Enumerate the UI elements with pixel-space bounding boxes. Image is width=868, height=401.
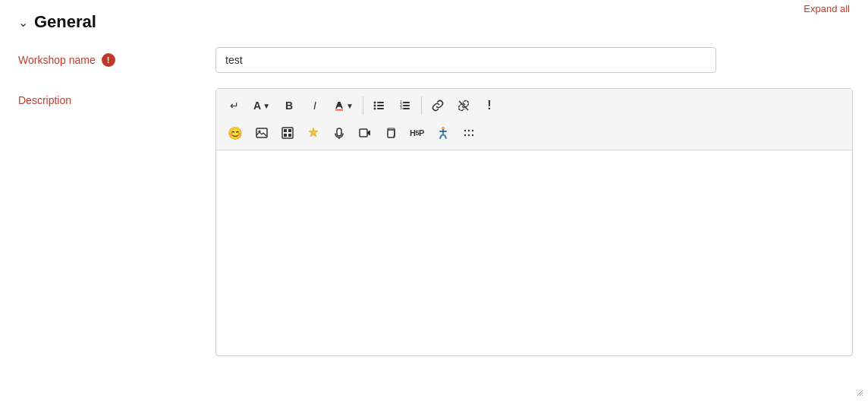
- svg-text:3.: 3.: [400, 106, 403, 110]
- separator-2: [421, 96, 422, 115]
- description-row: Description ↵ A ▼ B I: [18, 88, 850, 356]
- svg-point-28: [472, 130, 473, 131]
- workshop-name-label: Workshop name !: [18, 47, 215, 67]
- separator-1: [363, 96, 363, 115]
- image-button[interactable]: [250, 121, 274, 145]
- required-icon: !: [102, 53, 115, 67]
- italic-button[interactable]: I: [303, 93, 327, 118]
- section-title: General: [34, 12, 96, 32]
- copy-button[interactable]: [379, 121, 403, 145]
- editor-content-area[interactable]: [216, 150, 852, 355]
- svg-point-5: [373, 108, 376, 110]
- workshop-name-field-wrapper: [215, 47, 716, 73]
- svg-line-34: [862, 395, 863, 396]
- svg-rect-2: [377, 102, 384, 103]
- toolbar-row-1: ↵ A ▼ B I ▼: [222, 93, 846, 118]
- svg-rect-18: [288, 129, 291, 132]
- svg-point-27: [468, 130, 470, 131]
- text-color-button[interactable]: ▼: [329, 93, 359, 118]
- svg-point-29: [464, 134, 466, 136]
- svg-rect-8: [403, 102, 410, 103]
- svg-point-1: [373, 102, 376, 104]
- accessibility-button[interactable]: [431, 121, 455, 145]
- editor-toolbar: ↵ A ▼ B I ▼: [216, 89, 852, 150]
- svg-rect-10: [403, 105, 410, 106]
- rich-text-editor: ↵ A ▼ B I ▼: [215, 88, 853, 356]
- svg-rect-6: [377, 108, 384, 109]
- expand-all-link[interactable]: Expand all: [804, 3, 850, 14]
- section-header: ⌄ General: [18, 12, 850, 32]
- svg-point-30: [468, 134, 470, 136]
- svg-rect-4: [377, 105, 384, 106]
- svg-rect-20: [288, 134, 291, 137]
- media-button[interactable]: [275, 121, 300, 145]
- toolbar-row-2: 😊: [222, 121, 846, 145]
- svg-rect-19: [284, 134, 287, 137]
- svg-rect-17: [284, 129, 287, 132]
- collapse-chevron-icon[interactable]: ⌄: [18, 15, 28, 30]
- svg-rect-14: [256, 128, 267, 137]
- h5p-content-button[interactable]: H5P: [404, 121, 429, 145]
- svg-point-31: [472, 134, 473, 136]
- svg-marker-21: [309, 128, 318, 137]
- resize-handle-icon[interactable]: [856, 389, 865, 398]
- bullet-list-button[interactable]: [367, 93, 392, 118]
- description-label: Description: [18, 88, 215, 106]
- emoji-button[interactable]: 😊: [222, 121, 248, 145]
- numbered-list-button[interactable]: 1. 2. 3.: [393, 93, 417, 118]
- unlink-button[interactable]: [451, 93, 476, 118]
- undo-button[interactable]: ↵: [222, 93, 247, 118]
- more-button[interactable]: [457, 121, 481, 145]
- svg-point-26: [464, 130, 466, 131]
- audio-button[interactable]: [327, 121, 351, 145]
- font-family-button[interactable]: A ▼: [248, 93, 275, 118]
- svg-rect-12: [403, 108, 410, 109]
- svg-point-3: [373, 105, 376, 107]
- starburst-button[interactable]: [301, 121, 326, 145]
- bold-button[interactable]: B: [277, 93, 301, 118]
- video-button[interactable]: [353, 121, 377, 145]
- svg-rect-0: [335, 109, 343, 111]
- page-wrapper: Expand all ⌄ General Workshop name ! Des…: [0, 0, 868, 401]
- special-char-button[interactable]: !: [477, 93, 502, 118]
- description-editor-wrapper: ↵ A ▼ B I ▼: [215, 88, 716, 356]
- svg-rect-23: [360, 129, 367, 137]
- link-button[interactable]: [426, 93, 450, 118]
- workshop-name-row: Workshop name !: [18, 47, 850, 73]
- workshop-name-input[interactable]: [215, 47, 716, 73]
